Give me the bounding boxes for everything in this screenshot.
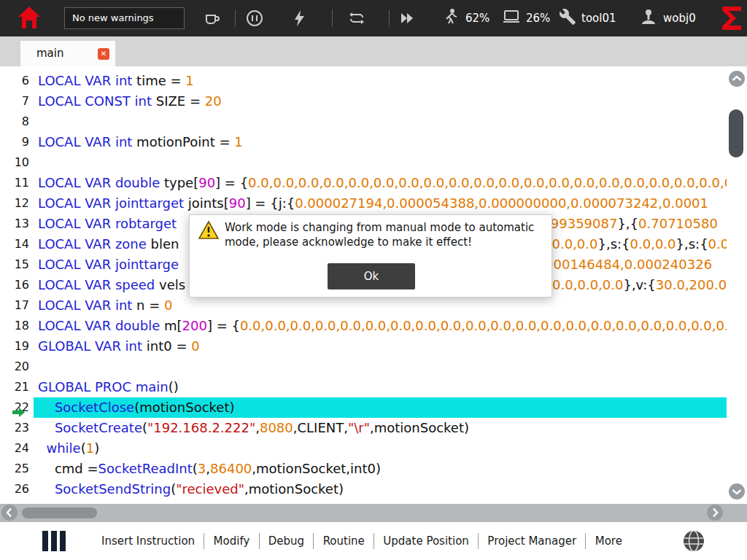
scroll-left-button[interactable] [1, 505, 18, 521]
code-line[interactable]: 26 SocketSendString("recieved",motionSoc… [0, 479, 727, 499]
workmode-change-dialog: Work mode is changing from manual mode t… [189, 214, 552, 298]
code-line[interactable]: 11LOCAL VAR double type[90] = {0.0,0.0,0… [0, 173, 727, 193]
code-text: cmd =SocketReadInt(3,86400,motionSocket,… [34, 459, 727, 479]
scroll-up-button[interactable] [729, 71, 745, 87]
vertical-scroll-thumb[interactable] [729, 109, 743, 158]
line-number: 9 [0, 132, 34, 152]
manual-mode-icon[interactable] [203, 9, 222, 30]
code-text: GLOBAL VAR int int0 = 0 [34, 336, 727, 357]
toolbar-button-more[interactable]: More [592, 534, 625, 548]
line-number: 14 [0, 234, 34, 254]
line-number: 18 [0, 316, 34, 336]
tab-bar: main ✕ [0, 36, 747, 66]
wrench-icon [559, 8, 576, 28]
chevron-up-icon [729, 71, 745, 87]
code-text: SocketSendString("recieved",motionSocket… [34, 479, 727, 499]
code-text: LOCAL VAR jointtarget joints[90] = {j:{0… [34, 193, 727, 214]
cpu-percent: 26% [526, 12, 550, 25]
line-number: 16 [0, 275, 34, 295]
code-line[interactable]: 7LOCAL CONST int SIZE = 20 [0, 91, 727, 112]
joystick-icon [639, 7, 658, 29]
loop-run-icon[interactable] [347, 9, 366, 30]
code-text: LOCAL VAR double m[200] = {0.0,0.0,0.0,0… [34, 316, 727, 336]
wobj-status[interactable]: wobj0 [639, 0, 696, 36]
tool-name: tool01 [581, 12, 616, 25]
globe-icon[interactable] [681, 528, 707, 554]
chevron-right-icon [707, 505, 723, 521]
tab-title: main [36, 41, 63, 66]
scroll-right-button[interactable] [707, 505, 723, 521]
toolbar-button-routine[interactable]: Routine [320, 534, 368, 548]
code-text: SocketClose(motionSocket) [34, 397, 727, 418]
home-icon [16, 4, 42, 31]
line-number: 22 [0, 397, 34, 418]
line-number: 23 [0, 418, 34, 438]
topbar-divider [389, 9, 390, 27]
scroll-down-button[interactable] [729, 483, 745, 499]
code-text [34, 357, 727, 377]
line-number: 6 [0, 71, 34, 91]
line-number: 25 [0, 459, 34, 479]
monitor-icon [502, 7, 521, 29]
horizontal-scroll-thumb[interactable] [22, 508, 97, 518]
code-text: LOCAL VAR int motionPoint = 1 [34, 132, 727, 152]
code-line[interactable]: 23 SocketCreate("192.168.2.222",8080,CLI… [0, 418, 727, 438]
line-number: 26 [0, 479, 34, 499]
chevron-down-icon [729, 483, 745, 499]
code-line[interactable]: 8 [0, 112, 727, 132]
chevron-left-icon [1, 505, 18, 521]
power-bolt-icon[interactable] [290, 9, 309, 30]
menu-bars-icon[interactable] [42, 531, 67, 551]
toolbar-button-modify[interactable]: Modify [211, 534, 253, 548]
code-line[interactable]: 24 while(1) [0, 438, 727, 459]
vertical-scrollbar[interactable] [727, 66, 747, 504]
code-line[interactable]: 10 [0, 152, 727, 173]
line-number: 15 [0, 254, 34, 275]
code-line[interactable]: 22 SocketClose(motionSocket) [0, 397, 727, 418]
toolbar-divider [585, 533, 586, 549]
toolbar-buttons: Insert InstructionModifyDebugRoutineUpda… [98, 522, 625, 560]
code-text: SocketCreate("192.168.2.222",8080,CLIENT… [34, 418, 727, 438]
code-line[interactable]: 19GLOBAL VAR int int0 = 0 [0, 336, 727, 357]
toolbar-button-debug[interactable]: Debug [266, 534, 307, 548]
toolbar-divider [478, 533, 479, 549]
toolbar-button-insert-instruction[interactable]: Insert Instruction [98, 534, 198, 548]
code-line[interactable]: 12LOCAL VAR jointtarget joints[90] = {j:… [0, 193, 727, 214]
code-text: LOCAL VAR int time = 1 [34, 71, 727, 91]
line-number: 7 [0, 91, 34, 112]
toolbar-button-update-position[interactable]: Update Position [380, 534, 472, 548]
code-line[interactable]: 17LOCAL VAR int n = 0 [0, 295, 727, 316]
cpu-status[interactable]: 26% [502, 0, 550, 36]
line-number: 20 [0, 357, 34, 377]
code-text: LOCAL VAR double type[90] = {0.0,0.0,0.0… [34, 173, 727, 193]
horizontal-scrollbar[interactable] [0, 504, 747, 522]
code-text: LOCAL CONST int SIZE = 20 [34, 91, 727, 112]
warnings-status[interactable]: No new warnings [64, 7, 185, 29]
line-number: 19 [0, 336, 34, 357]
code-line[interactable]: 20 [0, 357, 727, 377]
code-line[interactable]: 18LOCAL VAR double m[200] = {0.0,0.0,0.0… [0, 316, 727, 336]
code-text [34, 112, 727, 132]
code-text: LOCAL VAR int n = 0 [34, 295, 727, 316]
code-text: GLOBAL PROC main() [34, 377, 727, 397]
speed-status[interactable]: 62% [441, 0, 489, 36]
line-number: 24 [0, 438, 34, 459]
code-line[interactable]: 25 cmd =SocketReadInt(3,86400,motionSock… [0, 459, 727, 479]
code-text: while(1) [34, 438, 727, 459]
topbar-divider [235, 9, 236, 27]
ok-button[interactable]: Ok [328, 263, 415, 289]
tool-status[interactable]: tool01 [559, 0, 616, 36]
home-button[interactable] [15, 4, 44, 32]
top-status-bar: No new warnings 62% 26% tool01 wobj0 [0, 0, 747, 36]
pause-icon[interactable] [245, 9, 264, 30]
code-line[interactable]: 6LOCAL VAR int time = 1 [0, 71, 727, 91]
tab-main[interactable]: main ✕ [20, 41, 115, 66]
code-line[interactable]: 9LOCAL VAR int motionPoint = 1 [0, 132, 727, 152]
toolbar-divider [259, 533, 260, 549]
line-number: 13 [0, 214, 34, 234]
step-forward-icon[interactable] [398, 9, 417, 30]
toolbar-button-project-manager[interactable]: Project Manager [484, 534, 579, 548]
code-text [34, 152, 727, 173]
code-line[interactable]: 21GLOBAL PROC main() [0, 377, 727, 397]
tab-close-icon[interactable]: ✕ [98, 48, 109, 60]
